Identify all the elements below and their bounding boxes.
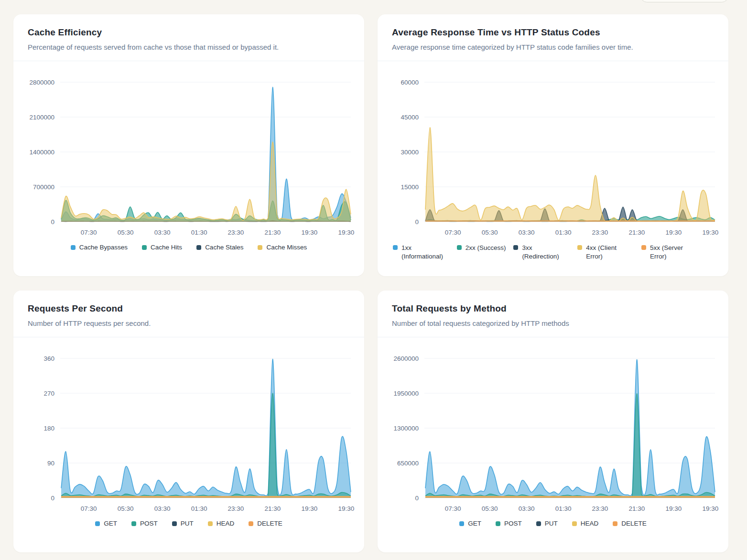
legend-swatch-icon	[459, 521, 464, 526]
y-axis-tick-label: 0	[415, 495, 419, 502]
legend-swatch-icon	[196, 245, 201, 250]
x-axis-tick-label: 07:30	[445, 505, 461, 512]
x-axis-tick-label: 03:30	[154, 229, 171, 236]
legend-swatch-icon	[172, 521, 177, 526]
time-range-picker-partial[interactable]	[640, 0, 728, 2]
series-line-cache-misses	[61, 142, 351, 220]
legend-item-head[interactable]: HEAD	[572, 520, 599, 527]
x-axis-tick-label: 21:30	[629, 229, 645, 236]
legend-label: HEAD	[581, 520, 599, 527]
legend-swatch-icon	[496, 521, 500, 526]
series-area-get	[425, 359, 715, 498]
legend-label: 5xx (Server Error)	[650, 244, 698, 261]
y-axis-tick-label: 2600000	[393, 355, 419, 362]
legend-item-5xx-server-error[interactable]: 5xx (Server Error)	[641, 244, 698, 261]
series-area-cache-bypasses	[61, 87, 351, 222]
x-axis-tick-label: 19:30	[302, 229, 318, 236]
x-axis-tick-label: 03:30	[519, 229, 535, 236]
chart-card-requests-per-second: Requests Per Second Number of HTTP reque…	[13, 291, 364, 552]
legend-item-2xx-success[interactable]: 2xx (Success)	[457, 244, 506, 261]
x-axis-tick-label: 05:30	[118, 229, 134, 236]
x-axis-tick-label: 03:30	[519, 505, 535, 512]
y-axis-tick-label: 0	[51, 495, 54, 502]
card-header: Cache Efficiency Percentage of requests …	[13, 14, 364, 61]
y-axis-tick-label: 700000	[33, 183, 54, 191]
x-axis-tick-label: 19:30	[703, 229, 719, 236]
chart-title: Average Response Time vs HTTP Status Cod…	[392, 27, 714, 38]
legend-swatch-icon	[641, 245, 646, 250]
x-axis-tick-label: 21:30	[265, 229, 281, 236]
x-axis-tick-label: 23:30	[228, 505, 244, 512]
cache-efficiency-legend: Cache BypassesCache HitsCache StalesCach…	[13, 244, 364, 251]
legend-item-4xx-client-error[interactable]: 4xx (Client Error)	[577, 244, 634, 261]
chart-title: Requests Per Second	[28, 303, 350, 314]
legend-item-3xx-redirection[interactable]: 3xx (Redirection)	[513, 244, 570, 261]
y-axis-tick-label: 360	[43, 355, 54, 362]
x-axis-tick-label: 01:30	[191, 229, 207, 236]
series-area-get	[61, 359, 351, 498]
series-line-get	[61, 359, 351, 496]
legend-label: DELETE	[621, 520, 647, 527]
chart-subtitle: Percentage of requests served from cache…	[28, 43, 350, 51]
requests-per-second-chart: 09018027036007:3005:3003:3001:3023:3021:…	[13, 340, 364, 518]
y-axis-tick-label: 15000	[401, 183, 419, 191]
series-line-4xx-client-error	[425, 128, 715, 222]
legend-label: PUT	[545, 520, 558, 527]
legend-label: 2xx (Success)	[466, 244, 506, 252]
legend-item-put[interactable]: PUT	[536, 520, 558, 527]
x-axis-tick-label: 05:30	[482, 229, 498, 236]
x-axis-tick-label: 21:30	[629, 505, 645, 512]
legend-swatch-icon	[258, 245, 262, 250]
x-axis-tick-label: 19:30	[302, 505, 318, 512]
x-axis-tick-label: 19:30	[666, 229, 682, 236]
legend-item-head[interactable]: HEAD	[208, 520, 235, 527]
requests-per-second-legend: GETPOSTPUTHEADDELETE	[13, 520, 364, 527]
legend-item-cache-stales[interactable]: Cache Stales	[196, 244, 243, 251]
chart-card-response-time-status-codes: Average Response Time vs HTTP Status Cod…	[378, 14, 728, 276]
y-axis-tick-label: 2800000	[29, 79, 54, 86]
x-axis-tick-label: 23:30	[228, 229, 244, 236]
y-axis-tick-label: 0	[51, 218, 54, 226]
response-time-status-codes-chart: 01500030000450006000007:3005:3003:3001:3…	[378, 64, 728, 242]
legend-item-delete[interactable]: DELETE	[613, 520, 647, 527]
x-axis-tick-label: 07:30	[81, 229, 97, 236]
chart-subtitle: Average response time categorized by HTT…	[392, 43, 714, 51]
legend-label: 4xx (Client Error)	[586, 244, 634, 261]
x-axis-tick-label: 19:30	[338, 505, 355, 512]
cache-efficiency-chart: 070000014000002100000280000007:3005:3003…	[13, 64, 364, 242]
charts-grid: Cache Efficiency Percentage of requests …	[13, 14, 728, 552]
legend-swatch-icon	[572, 521, 577, 526]
chart-area: 070000014000002100000280000007:3005:3003…	[13, 61, 364, 251]
series-area-post	[425, 394, 715, 498]
x-axis-tick-label: 19:30	[338, 229, 355, 236]
chart-area: 065000013000001950000260000007:3005:3003…	[378, 337, 728, 527]
legend-item-get[interactable]: GET	[95, 520, 117, 527]
x-axis-tick-label: 05:30	[118, 505, 134, 512]
series-line-cache-bypasses	[61, 87, 351, 221]
legend-item-post[interactable]: POST	[496, 520, 522, 527]
legend-item-cache-hits[interactable]: Cache Hits	[142, 244, 182, 251]
legend-item-post[interactable]: POST	[131, 520, 158, 527]
legend-item-1xx-informational[interactable]: 1xx (Informational)	[393, 244, 449, 261]
x-axis-tick-label: 03:30	[154, 505, 171, 512]
legend-swatch-icon	[536, 521, 541, 526]
chart-area: 01500030000450006000007:3005:3003:3001:3…	[378, 61, 728, 261]
chart-subtitle: Number of HTTP requests per second.	[28, 319, 350, 327]
y-axis-tick-label: 1950000	[393, 390, 419, 397]
legend-item-put[interactable]: PUT	[172, 520, 194, 527]
legend-swatch-icon	[577, 245, 582, 250]
y-axis-tick-label: 180	[43, 425, 54, 432]
legend-item-cache-bypasses[interactable]: Cache Bypasses	[71, 244, 128, 251]
y-axis-tick-label: 0	[415, 218, 419, 226]
legend-label: HEAD	[217, 520, 235, 527]
card-header: Average Response Time vs HTTP Status Cod…	[378, 14, 728, 61]
status-codes-legend: 1xx (Informational)2xx (Success)3xx (Red…	[378, 244, 728, 261]
legend-swatch-icon	[131, 521, 136, 526]
legend-item-cache-misses[interactable]: Cache Misses	[258, 244, 307, 251]
legend-label: GET	[468, 520, 481, 527]
series-line-post	[425, 394, 715, 497]
y-axis-tick-label: 60000	[401, 79, 419, 86]
legend-item-delete[interactable]: DELETE	[249, 520, 282, 527]
chart-area: 09018027036007:3005:3003:3001:3023:3021:…	[13, 337, 364, 527]
legend-item-get[interactable]: GET	[459, 520, 481, 527]
